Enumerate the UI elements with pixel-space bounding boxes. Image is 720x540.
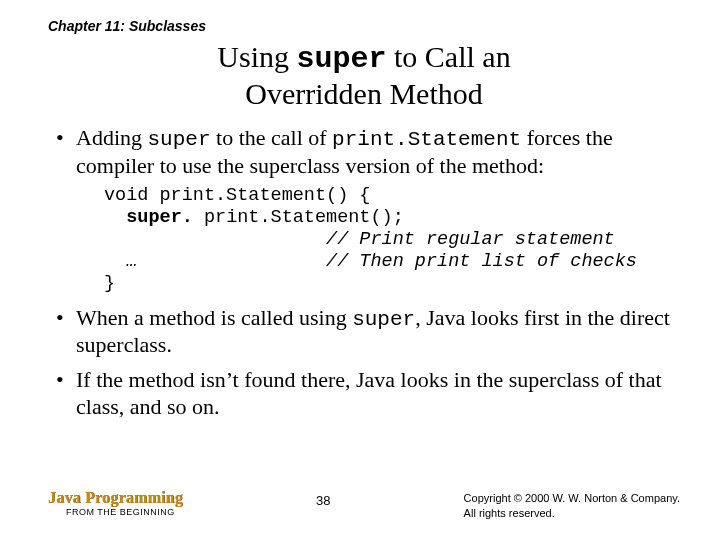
code-l5: } <box>104 273 115 294</box>
tagline: FROM THE BEGINNING <box>66 507 183 517</box>
footer: Java Programming FROM THE BEGINNING 38 C… <box>48 489 680 520</box>
copyright-line2: All rights reserved. <box>464 506 680 520</box>
page-number: 38 <box>316 489 330 508</box>
code-l2-rest: print.Statement(); <box>193 207 404 228</box>
b1-pre: Adding <box>76 125 148 150</box>
code-l3: // Print regular statement <box>104 229 615 250</box>
code-l2-bold: super. <box>126 207 193 228</box>
slide-page: Chapter 11: Subclasses Using super to Ca… <box>0 0 720 540</box>
b2-mono: super <box>352 308 415 331</box>
b1-mono1: super <box>148 128 211 151</box>
b3-text: If the method isn’t found there, Java lo… <box>76 367 662 419</box>
bullet-1: Adding super to the call of print.Statem… <box>54 125 680 295</box>
b2-pre: When a method is called using <box>76 305 352 330</box>
code-block: void print.Statement() { super. print.St… <box>104 185 680 294</box>
slide-title: Using super to Call an Overridden Method <box>48 40 680 111</box>
bullet-3: If the method isn’t found there, Java lo… <box>54 367 680 421</box>
title-line1-post: to Call an <box>387 40 511 73</box>
b1-mono2: print.Statement <box>332 128 521 151</box>
bullet-list: Adding super to the call of print.Statem… <box>54 125 680 421</box>
footer-left: Java Programming FROM THE BEGINNING <box>48 489 183 517</box>
code-l1: void print.Statement() { <box>104 185 370 206</box>
title-mono-super: super <box>297 42 387 76</box>
chapter-label: Chapter 11: Subclasses <box>48 18 680 34</box>
copyright-line1: Copyright © 2000 W. W. Norton & Company. <box>464 491 680 505</box>
brand: Java Programming <box>48 489 183 507</box>
bullet-2: When a method is called using super, Jav… <box>54 305 680 359</box>
title-line1-pre: Using <box>217 40 296 73</box>
title-line2: Overridden Method <box>245 77 482 110</box>
b1-mid: to the call of <box>211 125 333 150</box>
copyright: Copyright © 2000 W. W. Norton & Company.… <box>464 489 680 520</box>
code-l4: … // Then print list of checks <box>104 251 637 272</box>
code-l2-indent <box>104 207 126 228</box>
